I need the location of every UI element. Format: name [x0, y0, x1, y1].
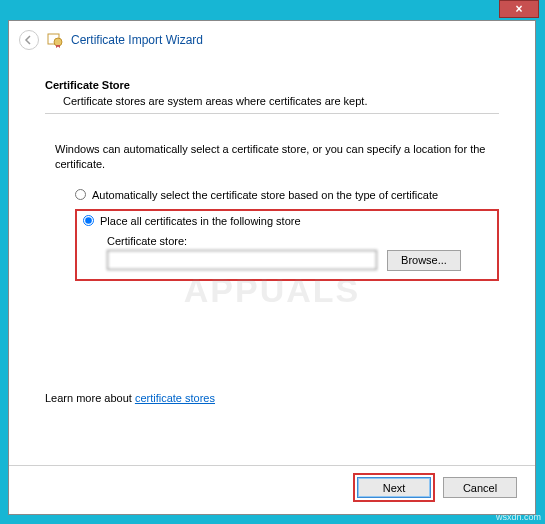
svg-point-1: [54, 38, 62, 46]
next-button[interactable]: Next: [357, 477, 431, 498]
wizard-window: Certificate Import Wizard Certificate St…: [8, 20, 536, 515]
wizard-footer: Next Cancel: [353, 473, 517, 502]
learn-more-prefix: Learn more about: [45, 392, 135, 404]
learn-more-link[interactable]: certificate stores: [135, 392, 215, 404]
back-arrow-icon: [24, 35, 34, 45]
back-button[interactable]: [19, 30, 39, 50]
footer-divider: [9, 465, 535, 466]
store-field-label: Certificate store:: [107, 235, 491, 247]
certificate-store-input[interactable]: [107, 250, 377, 270]
wizard-title: Certificate Import Wizard: [71, 33, 203, 47]
wizard-content: Certificate Store Certificate stores are…: [9, 59, 535, 281]
highlight-place-store: Place all certificates in the following …: [75, 209, 499, 281]
section-title: Certificate Store: [45, 79, 499, 91]
learn-more: Learn more about certificate stores: [45, 392, 215, 404]
radio-auto-select[interactable]: [75, 189, 86, 200]
intro-text: Windows can automatically select a certi…: [55, 142, 499, 173]
section-divider: [45, 113, 499, 114]
section-description: Certificate stores are system areas wher…: [63, 95, 499, 107]
certificate-icon: [47, 32, 63, 48]
radio-place-store[interactable]: [83, 215, 94, 226]
cancel-button[interactable]: Cancel: [443, 477, 517, 498]
radio-place-label[interactable]: Place all certificates in the following …: [100, 215, 301, 227]
highlight-next: Next: [353, 473, 435, 502]
wizard-header: Certificate Import Wizard: [9, 21, 535, 59]
close-button[interactable]: ×: [499, 0, 539, 18]
browse-button[interactable]: Browse...: [387, 250, 461, 271]
radio-auto-label[interactable]: Automatically select the certificate sto…: [92, 189, 438, 201]
